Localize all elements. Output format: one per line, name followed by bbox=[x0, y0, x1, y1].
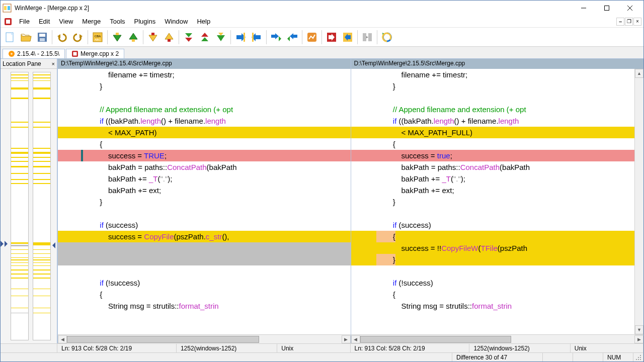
code-line[interactable]: // Append filename and extension (+ opt bbox=[58, 104, 351, 115]
location-pane-title: Location Pane bbox=[3, 60, 41, 67]
code-line[interactable]: { bbox=[351, 138, 635, 150]
redo-icon[interactable] bbox=[70, 30, 86, 45]
menu-tools[interactable]: Tools bbox=[105, 17, 129, 26]
code-line[interactable]: { bbox=[351, 231, 635, 242]
scroll-left-icon[interactable]: ◀ bbox=[351, 335, 360, 343]
menu-view[interactable]: View bbox=[54, 17, 77, 26]
code-line[interactable]: < MAX_PATH) bbox=[58, 127, 351, 138]
code-line[interactable]: bakPath = paths::ConcatPath(bakPath bbox=[58, 161, 351, 173]
menu-merge[interactable]: Merge bbox=[77, 17, 105, 26]
menu-plugins[interactable]: Plugins bbox=[130, 17, 160, 26]
scroll-down-icon[interactable]: ▼ bbox=[635, 325, 643, 334]
code-line[interactable]: if (success) bbox=[58, 219, 351, 231]
refresh-icon[interactable] bbox=[379, 30, 394, 45]
editor-vscroll[interactable]: ▲ ▼ bbox=[634, 69, 643, 334]
code-line[interactable]: if ((bakPath.length() + filename.length bbox=[351, 115, 635, 127]
code-line[interactable]: bakPath += _T("."); bbox=[351, 173, 635, 185]
scroll-up-icon[interactable]: ▲ bbox=[635, 69, 643, 78]
scroll-right-icon[interactable]: ▶ bbox=[342, 335, 351, 343]
options-icon[interactable] bbox=[304, 30, 319, 45]
next-conflict-icon[interactable] bbox=[145, 30, 160, 45]
editor-left-body[interactable]: filename += timestr; } // Append filenam… bbox=[58, 69, 351, 334]
close-button[interactable] bbox=[618, 1, 641, 16]
menu-edit[interactable]: Edit bbox=[34, 17, 54, 26]
last-diff-icon[interactable] bbox=[181, 30, 196, 45]
code-line[interactable]: < MAX_PATH_FULL) bbox=[351, 127, 635, 138]
toolbar: CBAABC bbox=[1, 28, 643, 47]
copy-right-icon[interactable] bbox=[233, 30, 248, 45]
svg-rect-22 bbox=[132, 39, 135, 42]
next-diff-icon[interactable] bbox=[110, 30, 125, 45]
mdi-close-button[interactable]: × bbox=[633, 18, 641, 26]
code-line[interactable]: { bbox=[58, 289, 351, 300]
code-line[interactable]: { bbox=[58, 138, 351, 150]
code-line[interactable] bbox=[58, 92, 351, 104]
current-diff-icon[interactable] bbox=[213, 30, 228, 45]
code-line[interactable]: if (!success) bbox=[351, 277, 635, 289]
code-line[interactable]: } bbox=[351, 196, 635, 208]
location-strip-right[interactable] bbox=[33, 72, 51, 340]
code-line[interactable] bbox=[58, 254, 351, 265]
code-line[interactable]: bakPath += ext; bbox=[58, 185, 351, 196]
scroll-left-icon[interactable]: ◀ bbox=[58, 335, 67, 343]
maximize-button[interactable] bbox=[595, 1, 618, 16]
save-icon[interactable] bbox=[35, 30, 50, 45]
prev-conflict-icon[interactable] bbox=[162, 30, 177, 45]
all-left-icon[interactable] bbox=[340, 30, 355, 45]
code-line[interactable]: } bbox=[351, 80, 635, 92]
first-diff-icon[interactable] bbox=[197, 30, 212, 45]
copy-left-icon[interactable] bbox=[249, 30, 264, 45]
mdi-minimize-button[interactable]: ‒ bbox=[616, 18, 624, 26]
new-icon[interactable] bbox=[3, 30, 18, 45]
menu-window[interactable]: Window bbox=[160, 17, 192, 26]
location-pane-body[interactable] bbox=[1, 69, 57, 343]
svg-marker-48 bbox=[366, 36, 368, 38]
code-line[interactable]: success = TRUE; bbox=[58, 150, 351, 161]
encoding-icon[interactable]: CBAABC bbox=[90, 30, 105, 45]
location-pane-close-icon[interactable]: × bbox=[52, 61, 55, 67]
mdi-restore-button[interactable]: ❐ bbox=[625, 18, 633, 26]
editor-right-hscroll[interactable]: ◀ ▶ bbox=[351, 334, 644, 343]
code-line[interactable]: } bbox=[351, 254, 635, 265]
copy-right-advance-icon[interactable] bbox=[269, 30, 284, 45]
code-line[interactable]: String msg = strutils::format_strin bbox=[351, 300, 635, 312]
code-line[interactable]: if (success) bbox=[351, 219, 635, 231]
code-line[interactable] bbox=[58, 242, 351, 254]
code-line[interactable]: { bbox=[351, 289, 635, 300]
scroll-right-icon[interactable]: ▶ bbox=[634, 335, 643, 343]
code-line[interactable] bbox=[351, 265, 635, 277]
code-line[interactable]: bakPath += ext; bbox=[351, 185, 635, 196]
resize-grip-icon[interactable] bbox=[633, 353, 643, 361]
code-line[interactable]: } bbox=[58, 196, 351, 208]
tab-merge-cpp-x-2[interactable]: Merge.cpp x 2 bbox=[66, 49, 124, 58]
code-line[interactable]: String msg = strutils::format_strin bbox=[58, 300, 351, 312]
tab-2-15-4-2-15-5-[interactable]: 2.15.4\ - 2.15.5\ bbox=[3, 49, 65, 58]
location-strip-left[interactable] bbox=[11, 72, 29, 340]
code-line[interactable]: success = true; bbox=[351, 150, 635, 161]
menu-help[interactable]: Help bbox=[192, 17, 215, 26]
code-line[interactable]: } bbox=[58, 80, 351, 92]
prev-diff-icon[interactable] bbox=[126, 30, 141, 45]
all-right-icon[interactable] bbox=[324, 30, 339, 45]
code-line[interactable]: bakPath += _T("."); bbox=[58, 173, 351, 185]
code-line[interactable]: bakPath = paths::ConcatPath(bakPath bbox=[351, 161, 635, 173]
undo-icon[interactable] bbox=[54, 30, 69, 45]
merge-mode-icon[interactable] bbox=[360, 30, 375, 45]
menu-file[interactable]: File bbox=[15, 17, 34, 26]
code-line[interactable]: filename += timestr; bbox=[351, 69, 635, 80]
code-line[interactable]: // Append filename and extension (+ opt bbox=[351, 104, 635, 115]
code-line[interactable]: success = !!CopyFileW(TFile(pszPath bbox=[351, 242, 635, 254]
code-line[interactable]: if (!success) bbox=[58, 277, 351, 289]
code-line[interactable]: if ((bakPath.length() + filename.length bbox=[58, 115, 351, 127]
editor-right-body[interactable]: filename += timestr; } // Append filenam… bbox=[351, 69, 635, 334]
code-line[interactable] bbox=[58, 265, 351, 277]
code-line[interactable] bbox=[58, 208, 351, 219]
minimize-button[interactable] bbox=[572, 1, 595, 16]
code-line[interactable]: filename += timestr; bbox=[58, 69, 351, 80]
copy-left-advance-icon[interactable] bbox=[285, 30, 300, 45]
editor-left-hscroll[interactable]: ◀ ▶ bbox=[58, 334, 351, 343]
open-icon[interactable] bbox=[19, 30, 34, 45]
code-line[interactable] bbox=[351, 92, 635, 104]
code-line[interactable]: success = CopyFile(pszPath.c_str(), bbox=[58, 231, 351, 242]
code-line[interactable] bbox=[351, 208, 635, 219]
